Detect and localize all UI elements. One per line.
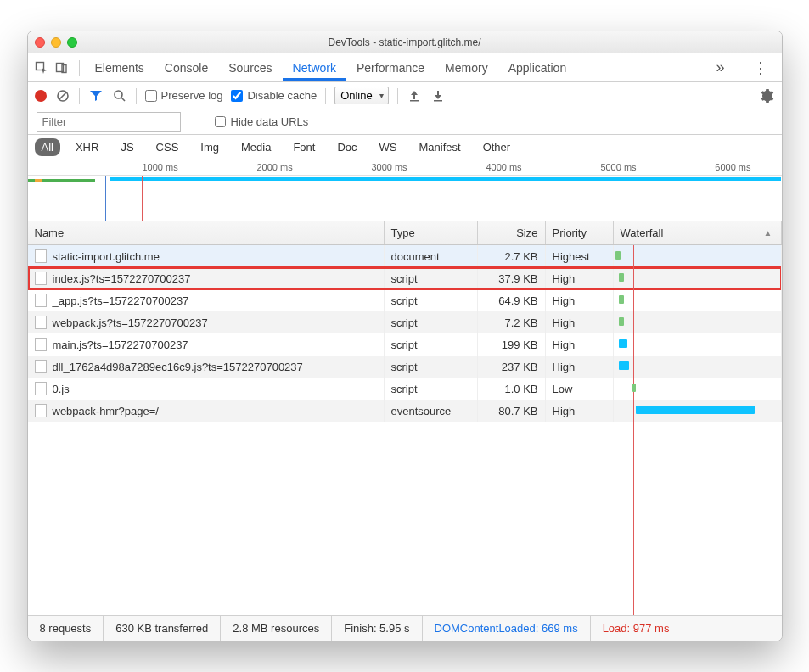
- download-har-icon[interactable]: [430, 88, 446, 104]
- request-size: 1.0 KB: [478, 378, 546, 400]
- inspect-element-icon[interactable]: [33, 59, 50, 76]
- status-finish: Finish: 5.95 s: [332, 616, 422, 641]
- filter-chip-css[interactable]: CSS: [149, 138, 186, 156]
- request-rows: static-import.glitch.medocument2.7 KBHig…: [28, 245, 782, 615]
- filter-icon[interactable]: [88, 88, 104, 104]
- waterfall-cell: [614, 356, 782, 378]
- tab-performance[interactable]: Performance: [346, 55, 435, 81]
- record-button[interactable]: [35, 90, 47, 102]
- window-title: DevTools - static-import.glitch.me/: [77, 36, 733, 48]
- zoom-window-button[interactable]: [67, 37, 77, 48]
- filter-chip-font[interactable]: Font: [286, 138, 322, 156]
- file-icon: [35, 316, 47, 329]
- tab-elements[interactable]: Elements: [85, 55, 154, 81]
- tab-console[interactable]: Console: [154, 55, 218, 81]
- column-waterfall[interactable]: Waterfall ▲: [614, 221, 782, 244]
- upload-har-icon[interactable]: [407, 88, 422, 104]
- column-type[interactable]: Type: [385, 221, 478, 244]
- request-row[interactable]: webpack-hmr?page=/eventsource80.7 KBHigh: [28, 400, 782, 422]
- filter-chip-all[interactable]: All: [35, 138, 60, 156]
- request-row[interactable]: static-import.glitch.medocument2.7 KBHig…: [28, 245, 782, 267]
- svg-line-4: [59, 92, 66, 99]
- status-load: Load: 977 ms: [591, 616, 682, 641]
- tab-memory[interactable]: Memory: [435, 55, 498, 81]
- filter-chip-manifest[interactable]: Manifest: [413, 138, 468, 156]
- status-resources: 2.8 MB resources: [221, 616, 332, 641]
- settings-gear-icon[interactable]: [760, 88, 775, 104]
- request-row[interactable]: _app.js?ts=1572270700237script64.9 KBHig…: [28, 289, 782, 311]
- filter-chip-img[interactable]: Img: [194, 138, 226, 156]
- more-tabs-button[interactable]: »: [707, 59, 733, 76]
- device-toolbar-icon[interactable]: [53, 59, 70, 76]
- tab-sources[interactable]: Sources: [218, 55, 282, 81]
- file-icon: [35, 404, 47, 417]
- filter-chip-doc[interactable]: Doc: [330, 138, 363, 156]
- timeline-tick: 3000 ms: [371, 162, 407, 172]
- filter-chip-media[interactable]: Media: [234, 138, 278, 156]
- tab-application[interactable]: Application: [498, 55, 577, 81]
- column-priority[interactable]: Priority: [546, 221, 614, 244]
- window-controls: [35, 37, 77, 48]
- request-row[interactable]: dll_1762a4d98a7289ec16c9.js?ts=157227070…: [28, 356, 782, 378]
- request-type: document: [385, 245, 478, 267]
- filter-chip-other[interactable]: Other: [476, 138, 518, 156]
- request-type: script: [385, 289, 478, 311]
- timeline-tick: 5000 ms: [600, 162, 636, 172]
- clear-icon[interactable]: [55, 88, 70, 104]
- request-name: index.js?ts=1572270700237: [53, 272, 191, 285]
- request-row[interactable]: 0.jsscript1.0 KBLow: [28, 378, 782, 400]
- waterfall-cell: [614, 267, 782, 289]
- request-row[interactable]: webpack.js?ts=1572270700237script7.2 KBH…: [28, 311, 782, 333]
- throttling-select[interactable]: Online: [334, 87, 389, 104]
- hide-data-urls-checkbox[interactable]: Hide data URLs: [215, 115, 309, 128]
- request-type: script: [385, 333, 478, 356]
- request-row[interactable]: main.js?ts=1572270700237script199 KBHigh: [28, 333, 782, 356]
- column-name[interactable]: Name: [28, 221, 385, 244]
- tab-network[interactable]: Network: [283, 55, 346, 81]
- timeline-tick: 2000 ms: [256, 162, 292, 172]
- request-type: script: [385, 356, 478, 378]
- filter-input[interactable]: [37, 112, 181, 132]
- close-window-button[interactable]: [35, 37, 45, 48]
- resource-type-bar: AllXHRJSCSSImgMediaFontDocWSManifestOthe…: [28, 135, 782, 160]
- svg-line-6: [121, 98, 125, 101]
- search-icon[interactable]: [112, 88, 127, 104]
- request-priority: Low: [546, 378, 614, 400]
- waterfall-cell: [614, 245, 782, 267]
- kebab-menu-icon[interactable]: ⋮: [744, 59, 777, 77]
- waterfall-cell: [614, 289, 782, 311]
- grid-header: Name Type Size Priority Waterfall ▲: [28, 221, 782, 245]
- request-size: 37.9 KB: [478, 267, 546, 289]
- overview-timeline[interactable]: 1000 ms2000 ms3000 ms4000 ms5000 ms6000 …: [28, 160, 782, 221]
- waterfall-cell: [614, 311, 782, 333]
- timeline-tick: 6000 ms: [715, 162, 750, 172]
- minimize-window-button[interactable]: [51, 37, 61, 48]
- request-size: 64.9 KB: [478, 289, 546, 311]
- file-icon: [35, 382, 47, 395]
- column-size[interactable]: Size: [478, 221, 546, 244]
- filter-chip-ws[interactable]: WS: [373, 138, 404, 156]
- request-priority: High: [546, 356, 614, 378]
- titlebar: DevTools - static-import.glitch.me/: [28, 31, 782, 53]
- file-icon: [35, 338, 47, 351]
- devtools-window: DevTools - static-import.glitch.me/ Elem…: [27, 31, 783, 641]
- request-priority: High: [546, 400, 614, 422]
- sort-asc-icon: ▲: [764, 228, 772, 238]
- disable-cache-checkbox[interactable]: Disable cache: [231, 89, 317, 102]
- waterfall-cell: [614, 378, 782, 400]
- request-name: dll_1762a4d98a7289ec16c9.js?ts=157227070…: [53, 361, 303, 373]
- waterfall-guides: [614, 422, 782, 615]
- waterfall-cell: [614, 400, 782, 422]
- file-icon: [35, 294, 47, 307]
- filter-chip-xhr[interactable]: XHR: [69, 138, 105, 156]
- status-transferred: 630 KB transferred: [104, 616, 221, 641]
- request-size: 199 KB: [478, 333, 546, 356]
- preserve-log-checkbox[interactable]: Preserve log: [145, 89, 223, 102]
- filter-chip-js[interactable]: JS: [114, 138, 140, 156]
- file-icon: [35, 272, 47, 285]
- request-name: 0.js: [53, 383, 70, 395]
- disable-cache-label: Disable cache: [247, 89, 317, 102]
- request-row[interactable]: index.js?ts=1572270700237script37.9 KBHi…: [28, 267, 782, 289]
- waterfall-cell: [614, 333, 782, 356]
- request-priority: High: [546, 267, 614, 289]
